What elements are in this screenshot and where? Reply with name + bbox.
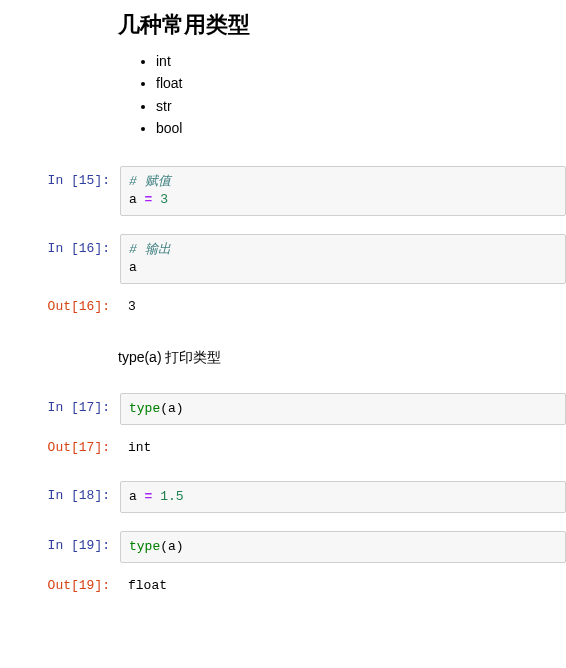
cell-out-16: Out[16]: 3 [0, 288, 566, 326]
prompt-in-15: In [15]: [0, 166, 120, 190]
prompt-in-16: In [16]: [0, 234, 120, 258]
heading-common-types: 几种常用类型 [118, 10, 558, 40]
cell-in-17: In [17]: type(a) [0, 389, 566, 429]
prompt-in-19: In [19]: [0, 531, 120, 555]
code-func: type [129, 539, 160, 554]
code-var: a [129, 192, 145, 207]
code-var: a [168, 401, 176, 416]
output-16: 3 [120, 292, 566, 322]
markdown-cell-typea: type(a) 打印类型 [110, 327, 566, 389]
prompt-out-16: Out[16]: [0, 292, 120, 316]
cell-in-19: In [19]: type(a) [0, 527, 566, 567]
code-input-17[interactable]: type(a) [120, 393, 566, 425]
list-item: int [156, 50, 558, 72]
code-var: a [129, 489, 145, 504]
list-item: bool [156, 117, 558, 139]
code-number: 3 [160, 192, 168, 207]
cell-in-18: In [18]: a = 1.5 [0, 477, 566, 517]
prompt-out-19: Out[19]: [0, 571, 120, 595]
code-var: a [168, 539, 176, 554]
code-input-15[interactable]: # 赋值 a = 3 [120, 166, 566, 216]
code-comment: # 输出 [129, 242, 171, 257]
code-input-18[interactable]: a = 1.5 [120, 481, 566, 513]
prompt-in-17: In [17]: [0, 393, 120, 417]
prompt-out-17: Out[17]: [0, 433, 120, 457]
code-input-16[interactable]: # 输出 a [120, 234, 566, 284]
code-input-19[interactable]: type(a) [120, 531, 566, 563]
markdown-cell-types: 几种常用类型 int float str bool [110, 0, 566, 152]
code-func: type [129, 401, 160, 416]
cell-in-16: In [16]: # 输出 a [0, 230, 566, 288]
types-list: int float str bool [118, 50, 558, 140]
list-item: str [156, 95, 558, 117]
cell-in-15: In [15]: # 赋值 a = 3 [0, 162, 566, 220]
cell-out-17: Out[17]: int [0, 429, 566, 467]
note-typea: type(a) 打印类型 [118, 349, 558, 367]
output-17: int [120, 433, 566, 463]
cell-out-19: Out[19]: float [0, 567, 566, 605]
code-number: 1.5 [160, 489, 183, 504]
output-19: float [120, 571, 566, 601]
code-var: a [129, 260, 137, 275]
prompt-in-18: In [18]: [0, 481, 120, 505]
code-comment: # 赋值 [129, 174, 171, 189]
list-item: float [156, 72, 558, 94]
